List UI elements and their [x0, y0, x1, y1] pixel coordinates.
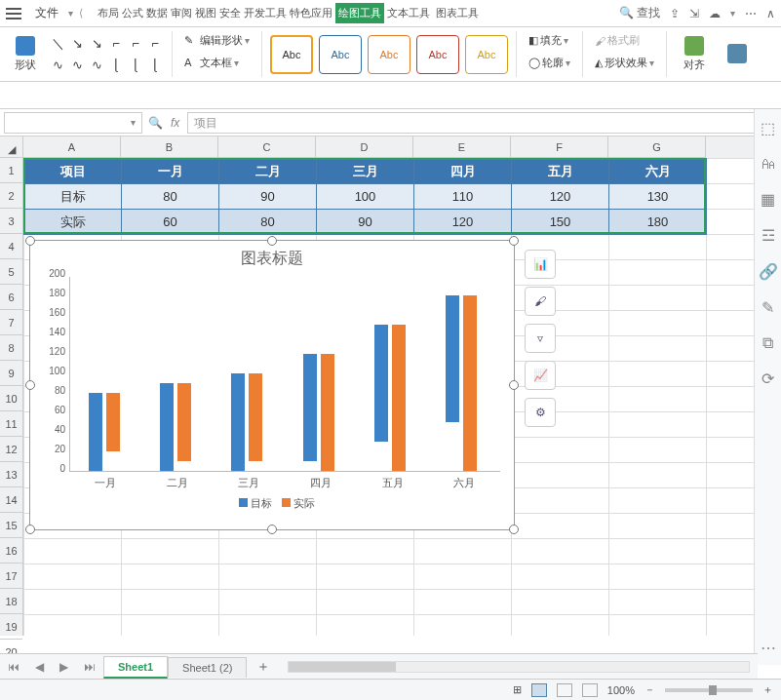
zoom-slider[interactable] [665, 688, 753, 692]
more-panes-icon[interactable]: ⋯ [761, 639, 776, 657]
column-headers[interactable]: ABCDEFG [23, 136, 781, 158]
row-header[interactable]: 8 [0, 335, 22, 361]
table-cell[interactable]: 90 [317, 210, 414, 235]
table-header-cell[interactable]: 项目 [24, 159, 122, 184]
lookup-icon[interactable]: 🔍 [148, 116, 163, 130]
row-header[interactable]: 4 [0, 234, 22, 259]
row-header[interactable]: 12 [0, 437, 22, 462]
table-header-cell[interactable]: 六月 [609, 159, 707, 184]
chart-bar[interactable] [374, 325, 388, 442]
edit-pane-icon[interactable]: ✎ [761, 298, 774, 317]
column-header[interactable]: E [413, 136, 511, 158]
sheet-nav-last[interactable]: ⏭ [76, 660, 103, 674]
horizontal-scroll-thumb[interactable] [289, 662, 396, 672]
table-cell[interactable]: 80 [219, 210, 317, 235]
chart-bar[interactable] [249, 373, 262, 461]
embedded-chart[interactable]: 图表标题 020406080100120140160180200 一月二月三月四… [29, 240, 515, 530]
export-icon[interactable]: ⇲ [689, 7, 699, 20]
row-header[interactable]: 15 [0, 513, 22, 538]
align-button[interactable]: 对齐 [675, 31, 714, 78]
select-all-corner[interactable]: ◢ [0, 136, 22, 158]
sheet-tab-active[interactable]: Sheet1 [103, 656, 168, 679]
row-header[interactable]: 10 [0, 386, 22, 411]
ribbon-tab-text-tools[interactable]: 文本工具 [384, 3, 433, 23]
table-cell[interactable]: 60 [122, 210, 219, 235]
table-cell[interactable]: 110 [414, 184, 512, 210]
file-menu[interactable]: 文件 [29, 3, 64, 23]
table-cell[interactable]: 120 [414, 210, 512, 235]
row-header[interactable]: 18 [0, 589, 22, 614]
chart-bar[interactable] [321, 354, 334, 471]
table-cell[interactable]: 90 [219, 184, 317, 210]
sheet-tab-other[interactable]: Sheet1 (2) [168, 657, 247, 678]
sheet-nav-next[interactable]: ▶ [52, 660, 76, 674]
row-header[interactable]: 2 [0, 183, 22, 209]
outline-button[interactable]: ◯ 轮廓▾ [525, 54, 574, 72]
row-header[interactable]: 17 [0, 564, 22, 589]
chart-bar[interactable] [160, 383, 174, 471]
column-header[interactable]: F [511, 136, 608, 158]
format-painter-button[interactable]: 🖌 格式刷 [591, 31, 644, 50]
column-header[interactable]: A [23, 136, 121, 158]
shape-effects-button[interactable]: ◭ 形状效果▾ [591, 54, 658, 72]
file-dropdown-icon[interactable]: ▾ [68, 8, 73, 19]
table-cell[interactable]: 130 [609, 184, 707, 210]
name-box[interactable]: ▾ [4, 112, 142, 134]
chart-plot-area[interactable] [69, 277, 500, 472]
shape-style-presets[interactable]: Abc Abc Abc Abc Abc [270, 35, 508, 74]
row-header[interactable]: 6 [0, 285, 22, 310]
zoom-in-button[interactable]: ＋ [762, 682, 773, 697]
row-header[interactable]: 14 [0, 487, 22, 513]
table-cell[interactable]: 80 [122, 184, 219, 210]
view-normal[interactable] [531, 683, 547, 697]
line-shapes-grid[interactable]: ＼↘↘⌐⌐⌐ ∿∿∿ɭɭɭ [49, 34, 164, 75]
chart-bar[interactable] [231, 373, 245, 471]
row-headers[interactable]: ◢ 123456789101112131415161718192021 [0, 136, 23, 636]
data-table[interactable]: 项目一月二月三月四月五月六月目标8090100110120130实际608090… [23, 158, 707, 235]
cloud-pane-icon[interactable]: ⧉ [762, 334, 773, 352]
sheet-nav-first[interactable]: ⏮ [0, 660, 27, 674]
ribbon-tab-drawing[interactable]: 绘图工具 [335, 3, 384, 23]
chart-bar[interactable] [446, 295, 459, 422]
menu-icon[interactable] [6, 8, 21, 19]
rotate-button[interactable] [718, 31, 757, 78]
chart-filters-button[interactable]: ▿ [525, 324, 556, 353]
select-pane-icon[interactable]: ⬚ [761, 119, 775, 137]
row-header[interactable]: 11 [0, 411, 22, 437]
row-header[interactable]: 3 [0, 209, 22, 234]
share-icon[interactable]: ⇪ [670, 7, 680, 20]
chart-legend[interactable]: 目标实际 [30, 496, 514, 511]
view-mode-toggle[interactable]: ⊞ [513, 683, 522, 696]
table-header-cell[interactable]: 二月 [219, 159, 317, 184]
shapes-gallery-button[interactable]: 形状 [6, 31, 45, 78]
column-header[interactable]: G [608, 136, 706, 158]
fx-button[interactable]: fx [171, 116, 179, 130]
format-pane-icon[interactable]: 🗛 [761, 155, 776, 173]
search-button[interactable]: 🔍 查找 [619, 5, 660, 21]
ribbon-tab-group[interactable]: 布局 公式 数据 审阅 视图 安全 开发工具 特色应用 [95, 3, 335, 23]
style-preset-1[interactable]: Abc [270, 35, 313, 74]
data-pane-icon[interactable]: ☲ [761, 226, 775, 245]
style-preset-3[interactable]: Abc [368, 35, 410, 74]
fill-button[interactable]: ◧ 填充▾ [525, 31, 572, 50]
table-cell[interactable]: 100 [317, 184, 414, 210]
chart-bar[interactable] [106, 393, 120, 451]
table-cell[interactable]: 实际 [24, 210, 122, 235]
table-cell[interactable]: 150 [512, 210, 609, 235]
zoom-out-button[interactable]: － [644, 682, 655, 697]
table-cell[interactable]: 120 [512, 184, 609, 210]
view-page[interactable] [557, 683, 572, 697]
column-header[interactable]: C [218, 136, 316, 158]
chart-bar[interactable] [392, 325, 406, 471]
style-preset-4[interactable]: Abc [416, 35, 459, 74]
tab-nav-prev[interactable]: ⟨ [77, 7, 85, 19]
chart-bar[interactable] [303, 354, 317, 461]
sheet-nav-prev[interactable]: ◀ [27, 660, 52, 674]
table-header-cell[interactable]: 四月 [414, 159, 512, 184]
table-cell[interactable]: 目标 [24, 184, 122, 210]
row-header[interactable]: 5 [0, 259, 22, 285]
chart-settings-button[interactable]: ⚙ [525, 398, 556, 427]
cloud-icon[interactable]: ☁ [709, 7, 721, 20]
view-break[interactable] [582, 683, 598, 697]
row-header[interactable]: 1 [0, 158, 22, 183]
